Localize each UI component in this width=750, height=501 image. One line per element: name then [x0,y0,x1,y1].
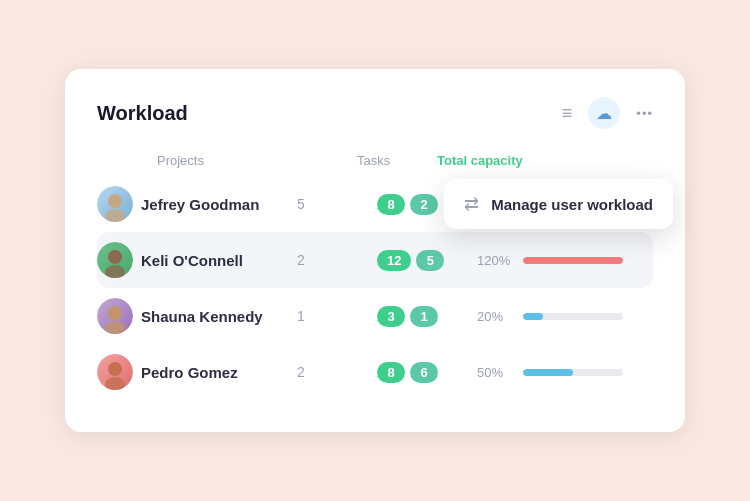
projects-count: 2 [297,364,377,380]
workload-card: Workload ≡ ☁ ••• Projects Tasks Total ca… [65,69,685,432]
header-actions: ≡ ☁ ••• [562,97,653,129]
cloud-icon[interactable]: ☁ [588,97,620,129]
task-badges: 12 5 [377,250,477,271]
svg-point-1 [108,194,122,208]
badge-completed: 6 [410,362,438,383]
swap-icon: ⇄ [464,193,479,215]
badge-tasks: 8 [377,194,405,215]
progress-bar-fill [523,313,543,320]
col-projects: Projects [157,153,357,168]
user-row[interactable]: Shauna Kennedy 1 3 1 20% [97,288,653,344]
task-badges: 3 1 [377,306,477,327]
progress-bar-fill [523,257,623,264]
progress-bar-bg [523,369,623,376]
avatar [97,298,133,334]
user-row[interactable]: Pedro Gomez 2 8 6 50% [97,344,653,400]
card-header: Workload ≡ ☁ ••• [97,97,653,129]
svg-point-10 [108,362,122,376]
projects-count: 5 [297,196,377,212]
user-name: Shauna Kennedy [141,308,297,325]
progress-bar-bg [523,313,623,320]
manage-workload-tooltip[interactable]: ⇄ Manage user workload [444,179,673,229]
projects-count: 2 [297,252,377,268]
user-rows: Jefrey Goodman 5 8 2 ⇄ Manage user workl… [97,176,653,400]
badge-completed: 1 [410,306,438,327]
user-row[interactable]: Keli O'Connell 2 12 5 120% [97,232,653,288]
capacity-area: 20% [477,309,653,324]
capacity-percent: 120% [477,253,513,268]
user-row[interactable]: Jefrey Goodman 5 8 2 ⇄ Manage user workl… [97,176,653,232]
user-name: Keli O'Connell [141,252,297,269]
badge-tasks: 12 [377,250,411,271]
task-badges: 8 6 [377,362,477,383]
card-title: Workload [97,102,188,125]
progress-bar-bg [523,257,623,264]
column-headers: Projects Tasks Total capacity [97,153,653,176]
tooltip-text: Manage user workload [491,196,653,213]
avatar [97,354,133,390]
badge-completed: 5 [416,250,444,271]
capacity-percent: 20% [477,309,513,324]
capacity-area: 120% [477,253,653,268]
capacity-area: 50% [477,365,653,380]
svg-point-7 [108,306,122,320]
user-name: Pedro Gomez [141,364,297,381]
col-tasks: Tasks [357,153,437,168]
badge-completed: 2 [410,194,438,215]
avatar [97,186,133,222]
col-capacity: Total capacity [437,153,537,168]
more-icon[interactable]: ••• [636,107,653,120]
badge-tasks: 3 [377,306,405,327]
capacity-percent: 50% [477,365,513,380]
progress-bar-fill [523,369,573,376]
badge-tasks: 8 [377,362,405,383]
avatar [97,242,133,278]
projects-count: 1 [297,308,377,324]
user-name: Jefrey Goodman [141,196,297,213]
list-icon[interactable]: ≡ [562,104,573,122]
svg-point-4 [108,250,122,264]
